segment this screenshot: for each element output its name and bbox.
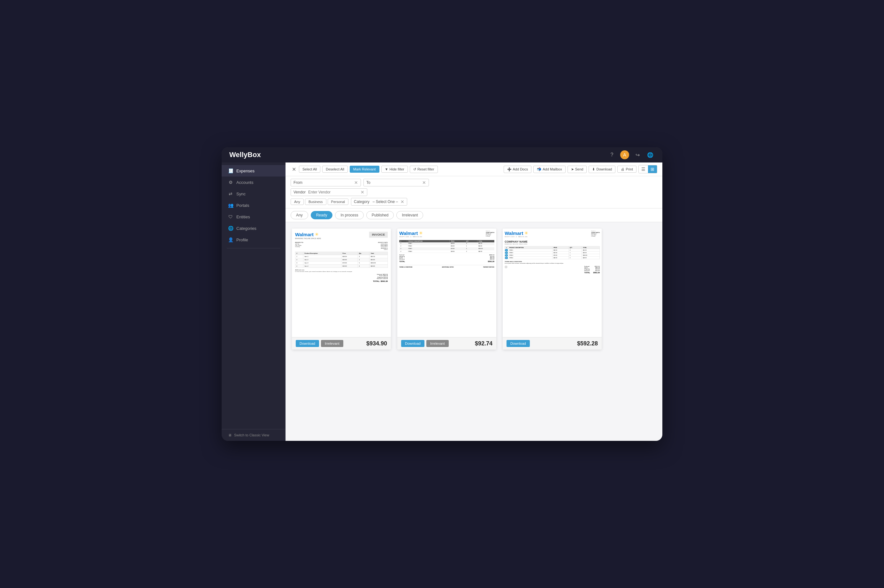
walmart-star-icon: ✳ bbox=[315, 232, 318, 237]
to-date-input[interactable]: To ✕ bbox=[363, 179, 429, 186]
card-download-button-3[interactable]: Download bbox=[507, 340, 530, 347]
globe-icon[interactable]: 🌐 bbox=[646, 150, 655, 159]
vendor-label: Vendor bbox=[294, 190, 306, 194]
sidebar-item-label: Expenses bbox=[236, 168, 255, 173]
card-amount-3: $592.28 bbox=[577, 340, 598, 347]
from-date-field[interactable] bbox=[305, 180, 353, 185]
walmart-invoice-2: Walmart ✳ RECEIPT # 14256 MARCH 03, 2021 bbox=[397, 228, 496, 269]
add-mailbox-button[interactable]: 📬 Add Mailbox bbox=[533, 166, 566, 173]
vendor-field[interactable] bbox=[308, 190, 359, 194]
sidebar-item-expenses[interactable]: 🧾 Expenses bbox=[222, 165, 285, 177]
walmart-invoice-1: Walmart ✳ BRANDING TAGLINE SPACE HERE IN… bbox=[292, 228, 391, 337]
table-row: 4Item 4$20.002$40.00 bbox=[295, 265, 388, 268]
invoice-to-box-2: Invoice to: JOHN SMITH 123 GL st., City … bbox=[486, 231, 494, 237]
invoice-table-3: #PRODUCT DESCRIPTIONPRICEQTYTOTAL 1 ITEM… bbox=[504, 246, 600, 259]
table-row: 4 ITEM 4$30.002$40.00 bbox=[505, 256, 600, 259]
sidebar-item-label: Portals bbox=[236, 203, 249, 208]
add-docs-button[interactable]: ➕ Add Docs bbox=[504, 166, 532, 173]
card-download-button-1[interactable]: Download bbox=[296, 340, 319, 347]
mailbox-icon: 📬 bbox=[537, 167, 541, 171]
vendor-clear-icon[interactable]: ✕ bbox=[360, 190, 365, 195]
table-row: 3ITEM 3$70.005$350.00 bbox=[399, 248, 494, 250]
help-icon[interactable]: ? bbox=[608, 150, 616, 159]
view-toggle: ☰ ⊞ bbox=[638, 165, 657, 173]
accounts-icon: ⚙ bbox=[228, 180, 233, 185]
card-irrelevant-button-2[interactable]: Irrelevant bbox=[426, 340, 449, 347]
deselect-all-button[interactable]: Deselect All bbox=[322, 166, 347, 173]
filter-icon: ▼ bbox=[385, 167, 388, 171]
status-inprocess-button[interactable]: In process bbox=[335, 211, 363, 219]
card-irrelevant-button-1[interactable]: Irrelevant bbox=[321, 340, 343, 347]
invoice-preview-2: Walmart ✳ RECEIPT # 14256 MARCH 03, 2021 bbox=[397, 228, 496, 337]
invoice-preview-3: Walmart ✳ RECEIPT # 14258 MARCH 03, 2021 bbox=[503, 228, 602, 337]
forward-icon[interactable]: ↪ bbox=[633, 150, 642, 159]
hide-filter-button[interactable]: ▼ Hide filter bbox=[381, 166, 408, 173]
grid-view-button[interactable]: ⊞ bbox=[648, 165, 657, 173]
card-actions-3: Download $592.28 bbox=[503, 337, 602, 350]
invoice-meta-right: INVOICE DATE 03/01/2021 DUE DATE 03/15/2… bbox=[378, 242, 388, 250]
sidebar-item-portals[interactable]: 👥 Portals bbox=[222, 200, 285, 211]
table-row: 1ITEM 1$30.503$91.50 bbox=[399, 242, 494, 245]
to-date-field[interactable] bbox=[373, 180, 421, 185]
company-name-box: COMPANY NAME BRANDING TAGLINE SPACE HERE bbox=[504, 240, 600, 244]
terms-box-3: TERMS AND CONDITIONS Lorem ipsum dolor s… bbox=[504, 261, 600, 264]
type-business-tag[interactable]: Business bbox=[305, 198, 326, 205]
type-filter-tags: Any Business Personal bbox=[291, 198, 348, 205]
type-personal-tag[interactable]: Personal bbox=[328, 198, 348, 205]
receipt-info-3: RECEIPT # 14258 MARCH 03, 2021 bbox=[504, 236, 528, 237]
from-clear-icon[interactable]: ✕ bbox=[354, 180, 358, 185]
sidebar-item-label: Accounts bbox=[236, 180, 253, 185]
mark-relevant-button[interactable]: Mark Relevant bbox=[350, 166, 380, 173]
invoice-preview-1: Walmart ✳ BRANDING TAGLINE SPACE HERE IN… bbox=[292, 228, 391, 337]
sidebar-item-label: Categories bbox=[236, 226, 257, 231]
category-label: Category bbox=[354, 200, 369, 204]
to-clear-icon[interactable]: ✕ bbox=[422, 180, 426, 185]
status-published-button[interactable]: Published bbox=[366, 211, 394, 219]
sidebar-item-categories[interactable]: 🌐 Categories bbox=[222, 222, 285, 234]
switch-classic-button[interactable]: 🖥 Switch to Classic View bbox=[222, 429, 285, 441]
portals-icon: 👥 bbox=[228, 203, 233, 208]
invoice-label: INVOICE bbox=[369, 232, 388, 238]
walmart-logo-text: Walmart bbox=[295, 232, 314, 237]
type-any-tag[interactable]: Any bbox=[291, 198, 304, 205]
table-row: 4ITEM 4$20.002$40.00 bbox=[399, 250, 494, 252]
select-all-button[interactable]: Select All bbox=[299, 166, 320, 173]
table-row: 3 ITEM 3$70.005$350.00 bbox=[505, 254, 600, 256]
category-select[interactable]: Category – Select One – ✕ bbox=[351, 198, 407, 206]
card-download-button-2[interactable]: Download bbox=[401, 340, 425, 347]
send-button[interactable]: ➤ Send bbox=[567, 166, 587, 173]
from-date-input[interactable]: From ✕ bbox=[291, 179, 361, 186]
invoice-grid: Walmart ✳ BRANDING TAGLINE SPACE HERE IN… bbox=[285, 222, 662, 356]
status-any-button[interactable]: Any bbox=[291, 211, 308, 219]
sidebar-item-entities[interactable]: 🛡 Entities bbox=[222, 211, 285, 222]
category-clear-icon[interactable]: ✕ bbox=[401, 199, 404, 204]
list-view-button[interactable]: ☰ bbox=[639, 165, 648, 173]
vendor-input[interactable]: Vendor ✕ bbox=[291, 188, 367, 196]
walmart-star-icon-3: ✳ bbox=[524, 231, 528, 236]
receipt-header-3: Walmart ✳ RECEIPT # 14258 MARCH 03, 2021 bbox=[504, 231, 600, 238]
card-actions-2: Download Irrelevant $92.74 bbox=[397, 337, 496, 350]
walmart-logo-text-3: Walmart bbox=[504, 231, 523, 236]
top-bar-icons: ? A ↪ 🌐 bbox=[608, 150, 655, 159]
to-label: To bbox=[366, 180, 371, 185]
sidebar-item-sync[interactable]: ⇄ Sync bbox=[222, 188, 285, 200]
sidebar-item-accounts[interactable]: ⚙ Accounts bbox=[222, 177, 285, 188]
close-filter-button[interactable]: ✕ bbox=[291, 166, 297, 172]
from-label: From bbox=[294, 180, 302, 185]
status-irrelevant-button[interactable]: Irrelevant bbox=[396, 211, 423, 219]
print-button[interactable]: 🖨 Print bbox=[617, 166, 636, 173]
receipt-header-2: Walmart ✳ RECEIPT # 14256 MARCH 03, 2021 bbox=[399, 231, 494, 238]
invoice-meta-left: INVOICE TO: 123 St., City, State, Countr… bbox=[295, 242, 303, 250]
vendor-filter-row: Vendor ✕ bbox=[291, 188, 657, 196]
table-row: 2 ITEM 2$50.001$50.00 bbox=[505, 252, 600, 254]
send-icon: ➤ bbox=[571, 167, 574, 171]
invoice-table-2: #PRODUCT DESCRIPTIONPRICEQTYTOTAL 1ITEM … bbox=[399, 240, 494, 253]
sidebar-item-profile[interactable]: 👤 Profile bbox=[222, 234, 285, 246]
date-filter-row: From ✕ To ✕ bbox=[291, 179, 657, 186]
avatar[interactable]: A bbox=[620, 150, 629, 159]
filter-rows: From ✕ To ✕ Vendor ✕ bbox=[285, 176, 662, 208]
download-button[interactable]: ⬇ Download bbox=[588, 166, 615, 173]
status-ready-button[interactable]: Ready bbox=[311, 211, 333, 219]
reset-filter-button[interactable]: ↺ Reset filter bbox=[410, 166, 438, 173]
categories-icon: 🌐 bbox=[228, 226, 233, 231]
